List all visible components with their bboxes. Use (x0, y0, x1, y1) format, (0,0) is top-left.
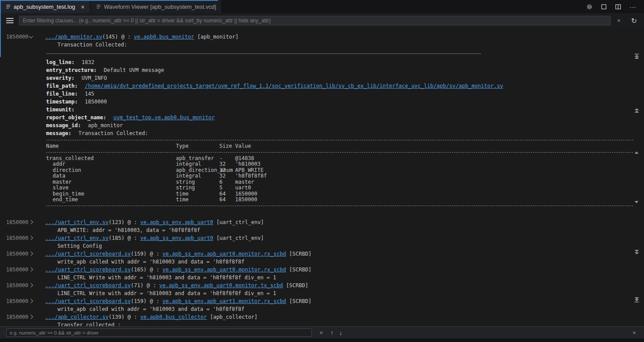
transaction-table-header: Name Type Size Value (46, 143, 644, 150)
log-view[interactable]: 1850000 .../apb_monitor.sv(145) @ : ve.a… (0, 28, 644, 327)
entry-message: LINE_CTRL Write with addr = 'h810003 and… (45, 289, 644, 297)
source-file-link[interactable]: .../apb_collector.sv (45, 314, 109, 320)
next-marker-icon[interactable] (634, 199, 639, 205)
entry-tag: [SCRBD] (286, 251, 311, 257)
settings-gear-icon[interactable] (586, 4, 593, 10)
entry-gutter: 1850000 (0, 266, 45, 281)
scroll-marker-column (634, 28, 642, 327)
detail-field-label: file_line: (46, 91, 78, 97)
find-previous-icon[interactable]: ↑ (330, 329, 333, 336)
expand-chevron-icon[interactable] (29, 251, 33, 256)
find-next-icon[interactable]: ↓ (339, 329, 342, 336)
log-entry: 1850000 .../uart_ctrl_scoreboard.sv(159)… (0, 297, 644, 313)
expand-chevron-icon[interactable] (29, 235, 33, 240)
detail-field: file_path:/home/amiq/dvt_predefined_proj… (46, 82, 644, 90)
tab-log-file[interactable]: apb_subsystem_test.log × (0, 0, 90, 13)
entry-tag: [SCRBD] (283, 282, 308, 289)
bottom-edge (0, 338, 644, 342)
source-file-link[interactable]: .../uart_ctrl_scoreboard.sv (45, 251, 131, 257)
close-find-bar-icon[interactable]: × (631, 329, 638, 336)
refresh-icon[interactable]: ↻ (627, 17, 639, 25)
report-object-link[interactable]: ve.apb_ss_env.apb_uart0 (140, 235, 213, 241)
entry-message: Transaction Collected: (45, 41, 644, 49)
scroll-to-top-icon[interactable] (634, 53, 640, 61)
dashed-separator (46, 140, 633, 140)
menu-hamburger-icon[interactable] (5, 17, 14, 24)
source-file-link[interactable]: .../uart_ctrl_scoreboard.sv (45, 298, 131, 304)
entry-timestamp: 1850000 (6, 266, 29, 274)
source-file-link[interactable]: .../uart_ctrl_scoreboard.sv (45, 267, 131, 273)
source-file-link[interactable]: .../uart_ctrl_scoreboard.sv (45, 282, 131, 289)
detail-field-link[interactable]: /home/amiq/dvt_predefined_projects_targe… (85, 83, 503, 89)
detail-field-value: 1850000 (85, 99, 107, 105)
scroll-to-bottom-icon[interactable] (634, 297, 640, 304)
filter-input[interactable] (19, 16, 611, 25)
dashed-separator (46, 152, 633, 153)
editor-tab-bar: apb_subsystem_test.log × Waveform Viewer… (0, 0, 644, 13)
previous-marker-icon[interactable] (634, 150, 639, 156)
report-object-link[interactable]: ve.apb_ss_env.apb_uart0.monitor.rx_scbd (162, 267, 286, 273)
detail-field: file_line:145 (46, 90, 644, 98)
entry-timestamp: 1850000 (6, 250, 29, 258)
entry-timestamp: 1850000 (6, 313, 29, 321)
entry-gutter: 1850000 (0, 218, 45, 234)
log-entry: 1850000 .../uart_ctrl_scoreboard.sv(165)… (0, 266, 644, 281)
detail-field: message_id:apb_monitor (46, 121, 644, 129)
report-object-link[interactable]: ve.apb_ss_env.apb_uart1.monitor.rx_scbd (162, 298, 286, 304)
tab-waveform-viewer[interactable]: Waveform Viewer [apb_subsystem_test.vcd] (90, 0, 222, 13)
page-up-icon[interactable] (634, 108, 640, 114)
entry-list: 1850000 .../uart_ctrl_env.sv(123) @ : ve… (0, 218, 644, 327)
report-object-link[interactable]: ve.apb_ss_env.apb_uart0 (140, 219, 213, 225)
find-input[interactable] (6, 328, 312, 337)
detail-field-label: file_path: (46, 83, 78, 89)
expand-chevron-icon[interactable] (29, 267, 33, 271)
entry-header: .../uart_ctrl_scoreboard.sv(159) @ : ve.… (45, 297, 644, 305)
table-row: data integral 32 'h8f8f8f8f (46, 173, 644, 179)
report-object-link[interactable]: ve.apb_ss_env.apb_uart0.monitor.tx_scbd (159, 282, 283, 289)
detail-field: severity:UVM_INFO (46, 74, 644, 82)
detail-field-value: apb_monitor (88, 122, 122, 128)
detail-field-value: Default UVM message (104, 67, 164, 73)
focus-accent-left (0, 0, 1, 57)
more-actions-icon[interactable]: ··· (630, 3, 636, 11)
report-object-link[interactable]: ve.apb_ss_env.apb_uart0.monitor.rx_scbd (162, 251, 286, 257)
table-row: addr integral 32 'h810003 (46, 161, 644, 167)
collapse-chevron-icon[interactable] (29, 34, 33, 39)
report-object-link[interactable]: ve.apb0.bus_monitor (134, 34, 194, 40)
find-bar: × ↑ ↓ × (0, 326, 644, 338)
detail-field-label: entry_structure: (46, 67, 97, 73)
entry-header: .../uart_ctrl_env.sv(123) @ : ve.apb_ss_… (45, 218, 644, 226)
expand-chevron-icon[interactable] (29, 314, 33, 319)
source-file-link[interactable]: .../uart_ctrl_env.sv (45, 235, 109, 241)
entry-timestamp: 1850000 (6, 218, 29, 226)
log-entry: 1850000 .../uart_ctrl_scoreboard.sv(71) … (0, 281, 644, 297)
source-file-link[interactable]: .../apb_monitor.sv (45, 34, 102, 40)
entry-tag: [SCRBD] (286, 267, 311, 273)
source-file-link[interactable]: .../uart_ctrl_env.sv (45, 219, 109, 225)
entry-details: log_line:1832 entry_structure:Default UV… (46, 53, 644, 206)
entry-message: Transfer collected : (45, 321, 644, 327)
close-tab-icon[interactable]: × (81, 4, 85, 10)
page-down-icon[interactable] (634, 249, 640, 256)
expand-chevron-icon[interactable] (29, 283, 33, 287)
detail-field: timeunit: (46, 106, 644, 114)
expand-chevron-icon[interactable] (29, 220, 33, 224)
report-object-link[interactable]: ve.apb0.bus_collector (140, 314, 207, 320)
detail-field-value: 145 (85, 91, 94, 97)
clear-filter-icon[interactable]: × (615, 17, 622, 24)
expand-chevron-icon[interactable] (29, 299, 33, 303)
table-row: end_time time 64 1850000 (46, 197, 644, 203)
tab-label: apb_subsystem_test.log (14, 4, 75, 10)
log-entry: 1850000 .../apb_collector.sv(139) @ : ve… (0, 313, 644, 327)
entry-gutter: 1850000 (0, 297, 45, 313)
entry-gutter: 1850000 (0, 234, 45, 250)
split-editor-icon[interactable] (615, 4, 621, 10)
entry-header: .../uart_ctrl_scoreboard.sv(159) @ : ve.… (45, 250, 644, 258)
restore-square-icon[interactable] (601, 4, 607, 10)
detail-field-label: message_id: (46, 122, 81, 128)
line-number: (123) @ : (109, 219, 140, 225)
line-number: (159) @ : (131, 251, 162, 257)
clear-find-icon[interactable]: × (318, 329, 325, 336)
detail-field-link[interactable]: uvm_test_top.ve.apb0.bus_monitor (113, 114, 215, 121)
line-number: (165) @ : (131, 267, 162, 273)
